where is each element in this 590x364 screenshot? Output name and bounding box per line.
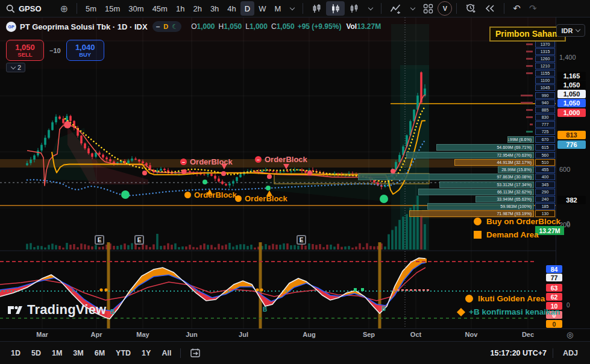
open-value: 1,000 xyxy=(197,22,215,31)
time-axis[interactable]: ◎ MarAprMayJunJulAugSepOctNovDec xyxy=(0,328,590,341)
redo-icon[interactable]: ↷ xyxy=(525,1,541,16)
indicator-templates-icon[interactable] xyxy=(419,1,438,16)
chart-style-hollow-icon[interactable] xyxy=(345,1,363,16)
symbol-logo: GP xyxy=(6,22,16,32)
buy-confirmation-marker: B xyxy=(110,309,115,315)
top-toolbar: GPSO ⊕ 5m15m30m45m1h2h3h4hDWM V xyxy=(0,0,590,17)
symbol-title[interactable]: PT Geoprima Solusi Tbk · 1D · IDX xyxy=(20,22,148,31)
watermark-text: TradingView xyxy=(27,302,106,318)
sell-button[interactable]: 1,050 SELL xyxy=(6,40,44,61)
range-button-ytd[interactable]: YTD xyxy=(111,347,136,359)
indicators-icon[interactable] xyxy=(386,1,406,16)
currency-selector[interactable]: IDR xyxy=(556,24,585,37)
month-label-dec: Dec xyxy=(522,331,534,338)
timeframe-button-1h[interactable]: 1h xyxy=(172,1,189,16)
price-level-box: 560 xyxy=(535,152,555,158)
timeframe-button-W[interactable]: W xyxy=(254,1,270,16)
legend-golden-area: Ikuti Golden Area xyxy=(465,294,545,303)
undo-icon[interactable]: ↶ xyxy=(509,1,525,16)
price-level-box: 725 xyxy=(535,128,555,135)
timeframe-button-D[interactable]: D xyxy=(240,1,254,16)
timeframe-dropdown-icon[interactable] xyxy=(285,1,298,16)
orderblock-text: OrderBlock xyxy=(194,190,237,199)
indicator-value-tag: 77 xyxy=(546,274,562,281)
minimize-icon[interactable]: – xyxy=(156,22,160,31)
search-icon[interactable] xyxy=(6,4,15,13)
price-level-box: 185 xyxy=(535,203,555,210)
close-label: C xyxy=(271,22,277,31)
range-button-all[interactable]: All xyxy=(157,347,176,359)
price-level-box: 940 xyxy=(535,99,555,106)
toolbar-separator xyxy=(303,3,303,14)
month-label-apr: Apr xyxy=(91,331,102,338)
volume-profile-row: 33.949M (65.63%) xyxy=(475,196,534,202)
collapsed-indicators-toggle[interactable]: 2 xyxy=(6,63,25,72)
price-level-box: 615 xyxy=(535,144,555,151)
tradingview-app: GPSO ⊕ 5m15m30m45m1h2h3h4hDWM V xyxy=(0,0,590,364)
timeframe-button-M[interactable]: M xyxy=(270,1,285,16)
range-button-3m[interactable]: 3M xyxy=(68,347,88,359)
clock-display[interactable]: 15:17:20 UTC+7 xyxy=(491,349,547,357)
orange-circle-icon xyxy=(235,195,242,202)
symbol-search-button[interactable]: GPSO xyxy=(19,4,42,13)
range-button-5d[interactable]: 5D xyxy=(27,347,46,359)
toolbar-separator xyxy=(504,3,504,14)
price-level-box: 510 xyxy=(535,159,555,166)
buy-confirmation-marker: B xyxy=(381,306,386,312)
timeframe-button-3h[interactable]: 3h xyxy=(206,1,223,16)
timeframe-button-5m[interactable]: 5m xyxy=(81,1,101,16)
v-badge-icon[interactable]: V xyxy=(438,1,452,16)
earnings-event-marker[interactable]: E xyxy=(297,235,306,245)
go-to-date-icon[interactable] xyxy=(190,348,201,358)
open-label: O xyxy=(191,22,196,31)
price-level-box: 777 xyxy=(535,121,555,128)
range-button-1d[interactable]: 1D xyxy=(6,347,25,359)
buy-button[interactable]: 1,040 BUY xyxy=(66,40,104,61)
price-tag: 1,165 xyxy=(557,72,586,80)
bottom-toolbar: 1D5D1M3M6MYTD1YAll 15:17:20 UTC+7 ADJ xyxy=(0,341,590,364)
volume-profile-row: 71.987M (93.19%) xyxy=(409,210,534,217)
price-level-box: 830 xyxy=(535,114,555,121)
buy-label: BUY xyxy=(79,51,91,58)
alert-icon[interactable] xyxy=(461,1,480,16)
timeframe-button-4h[interactable]: 4h xyxy=(223,1,240,16)
indicators-dropdown-icon[interactable] xyxy=(406,1,419,16)
range-button-6m[interactable]: 6M xyxy=(90,347,110,359)
axis-scale-label: 1,400 xyxy=(559,54,576,61)
adj-toggle[interactable]: ADJ xyxy=(559,348,582,359)
month-label-jun: Jun xyxy=(186,331,198,338)
chart-style-candles-icon[interactable] xyxy=(326,1,345,16)
timeframe-button-2h[interactable]: 2h xyxy=(189,1,206,16)
range-button-1m[interactable]: 1M xyxy=(47,347,67,359)
indicator-value-tag: 63 xyxy=(546,284,562,292)
orange-circle-icon xyxy=(184,192,191,198)
price-tag: 813 xyxy=(557,131,586,139)
indicator-value-tag: 0 xyxy=(546,320,562,328)
range-button-1y[interactable]: 1Y xyxy=(137,347,155,359)
toolbar-separator xyxy=(456,3,457,14)
price-axis[interactable]: 1,4006002001,1651,0501,0501,0501,0008137… xyxy=(556,17,590,328)
orange-dot-icon xyxy=(474,218,482,225)
level-mark xyxy=(521,102,533,104)
price-level-box: 1155 xyxy=(535,70,555,77)
low-label: L xyxy=(245,22,249,31)
axis-settings-icon[interactable]: ◎ xyxy=(566,330,573,339)
legend-demand-area: Demand Area xyxy=(474,230,539,239)
earnings-event-marker[interactable]: E xyxy=(95,235,104,245)
chart-style-bars-icon[interactable] xyxy=(307,1,326,16)
legend-text: Ikuti Golden Area xyxy=(478,294,545,303)
chart-style-dropdown-icon[interactable] xyxy=(363,1,377,16)
timeframe-button-45m[interactable]: 45m xyxy=(148,1,172,16)
toolbar-separator xyxy=(180,348,181,358)
earnings-event-marker[interactable]: E xyxy=(134,235,144,245)
spread-value: −10 xyxy=(49,47,61,54)
timeframe-button-30m[interactable]: 30m xyxy=(124,1,148,16)
orderblock-text: OrderBlock xyxy=(190,157,233,166)
price-level-box: 1100 xyxy=(535,77,555,84)
month-label-may: May xyxy=(136,331,149,338)
bar-replay-icon[interactable] xyxy=(480,1,500,16)
timeframe-button-15m[interactable]: 15m xyxy=(101,1,124,16)
volume-profile-row: 59.983M (100%) xyxy=(427,203,534,210)
session-pill[interactable]: – D ☾ xyxy=(152,21,182,32)
compare-add-icon[interactable]: ⊕ xyxy=(56,1,72,16)
